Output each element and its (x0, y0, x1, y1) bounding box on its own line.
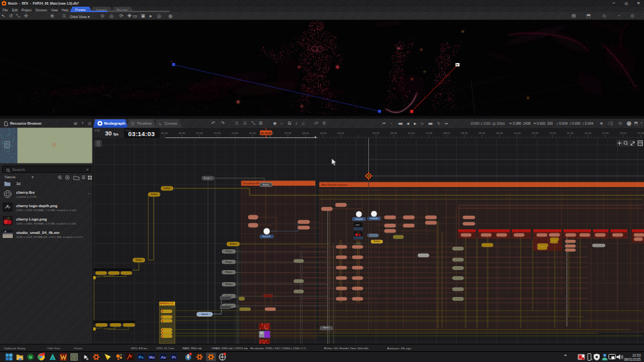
svg-text:cherry.fbx: cherry.fbx (370, 217, 378, 220)
svg-text:Ae: Ae (161, 355, 166, 359)
svg-text:Range: Range (226, 283, 232, 286)
svg-text:Ps: Ps (139, 355, 144, 359)
svg-text:08:00: 08:00 (443, 131, 451, 134)
svg-text:02:30: 02:30 (249, 131, 256, 134)
svg-text:Pr: Pr (172, 355, 176, 359)
svg-text:Max Particle System: Max Particle System (321, 183, 347, 186)
svg-text:01:30: 01:30 (214, 131, 221, 134)
svg-text:cherry.fbx: cherry.fbx (355, 218, 364, 221)
svg-text:Emitter: Emitter (263, 184, 270, 186)
svg-text:03:14:03: 03:14:03 (261, 131, 272, 134)
svg-text:10:30: 10:30 (531, 131, 539, 134)
svg-text:12:30: 12:30 (602, 131, 609, 134)
svg-text:03:30: 03:30 (284, 131, 292, 134)
svg-text:00:00: 00:00 (161, 131, 168, 134)
svg-text:Modifier: Modifier (151, 193, 158, 196)
svg-text:Modifier: Modifier (374, 240, 380, 243)
svg-text:00:30: 00:30 (178, 131, 186, 134)
svg-text:BPM/VDJ CL: BPM/VDJ CL (160, 302, 174, 305)
svg-text:06:30: 06:30 (390, 131, 398, 134)
svg-text:08:30: 08:30 (461, 131, 468, 134)
svg-text:Modifier: Modifier (164, 187, 170, 190)
svg-text:04:00: 04:00 (302, 131, 309, 134)
svg-text:Render L: Render L (204, 177, 213, 180)
svg-text:06:00: 06:00 (373, 131, 380, 134)
svg-text:01:00: 01:00 (197, 131, 204, 134)
svg-text:Modifier: Modifier (136, 259, 142, 261)
svg-text:Range: Range (226, 271, 232, 274)
svg-text:02:00: 02:00 (231, 131, 239, 134)
svg-text:Particle R: Particle R (262, 235, 270, 238)
svg-text:11:30: 11:30 (567, 131, 574, 134)
svg-text:Me: Me (149, 355, 155, 359)
svg-text:07:30: 07:30 (425, 131, 433, 134)
svg-text:11:00: 11:00 (549, 131, 556, 134)
svg-text:12:00: 12:00 (584, 131, 592, 134)
svg-text:Range: Range (226, 250, 232, 253)
svg-text:Render: Render (323, 326, 329, 329)
svg-text:10:00: 10:00 (514, 131, 521, 134)
svg-text:13:30: 13:30 (637, 131, 644, 134)
svg-text:05:00: 05:00 (337, 131, 345, 134)
svg-text:Range: Range (226, 261, 232, 263)
svg-text:✓ cached: ✓ cached (354, 242, 362, 245)
svg-text:09:00: 09:00 (478, 131, 486, 134)
svg-text:09:30: 09:30 (496, 131, 504, 134)
svg-text:Modifier: Modifier (230, 243, 237, 245)
svg-text:07:00: 07:00 (408, 131, 415, 134)
svg-text:13:00: 13:00 (620, 131, 627, 134)
svg-text:04:30: 04:30 (320, 131, 327, 134)
svg-text:Speed: Speed (201, 313, 207, 316)
